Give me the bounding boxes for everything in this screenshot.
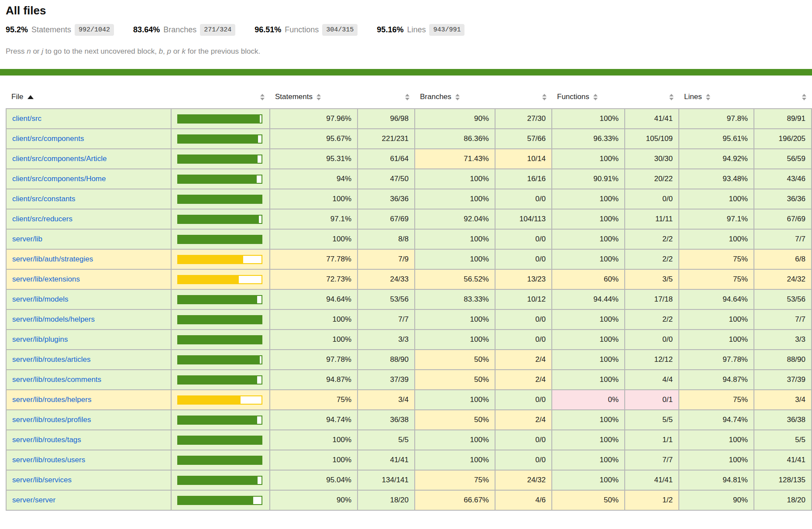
file-link[interactable]: server/lib/models: [12, 295, 69, 303]
metric-pct-cell: 93.48%: [679, 169, 754, 189]
file-link[interactable]: server/lib/plugins: [12, 335, 68, 344]
metric-fraction-cell: 7/7: [754, 229, 812, 249]
metric-pct-cell: 100%: [552, 350, 625, 370]
sort-icon[interactable]: [802, 94, 806, 100]
metric-pct-cell: 100%: [415, 309, 495, 330]
table-row: server/lib/routes/articles 97.78% 88/905…: [6, 350, 812, 370]
metric-pct-cell: 100%: [552, 149, 625, 169]
col-header-lines[interactable]: Lines: [679, 86, 754, 109]
file-link[interactable]: server/lib/routes/comments: [12, 375, 101, 384]
coverage-bar-cell: [171, 370, 270, 390]
col-header-statements-raw-sorter[interactable]: [358, 86, 415, 109]
file-link[interactable]: server/lib: [12, 235, 42, 243]
file-link[interactable]: client/src/components: [12, 134, 84, 143]
metric-fraction-cell: 0/1: [625, 390, 679, 410]
sort-icon[interactable]: [260, 94, 265, 100]
coverage-bar-fill: [178, 256, 243, 263]
metric-fraction-cell: 196/205: [754, 129, 812, 149]
col-header-lines-raw-sorter[interactable]: [754, 86, 812, 109]
metric-pct-cell: 94.64%: [270, 289, 358, 309]
metric-fraction-cell: 43/46: [754, 169, 812, 189]
col-header-functions-raw-sorter[interactable]: [625, 86, 679, 109]
sort-icon[interactable]: [706, 94, 710, 100]
col-header-file[interactable]: File: [6, 86, 171, 109]
coverage-report-page: All files 95.2% Statements 992/1042 83.6…: [0, 0, 812, 511]
metric-pct-cell: 100%: [270, 330, 358, 350]
sort-icon[interactable]: [542, 94, 547, 100]
coverage-bar-cell: [171, 249, 270, 269]
col-header-bar-sorter[interactable]: [171, 86, 270, 109]
file-cell: client/src: [6, 109, 171, 129]
file-cell: server/lib/routes/comments: [6, 370, 171, 390]
file-link[interactable]: server/lib/models/helpers: [12, 315, 95, 323]
metric-pct-cell: 77.78%: [270, 249, 358, 269]
table-row: server/lib/routes/users 100% 41/41100% 0…: [6, 450, 812, 470]
metric-pct-cell: 90%: [679, 490, 754, 510]
file-cell: server/lib/auth/strategies: [6, 249, 171, 269]
metric-pct-cell: 100%: [552, 229, 625, 249]
file-link[interactable]: server/lib/routes/articles: [12, 355, 91, 364]
metric-pct-cell: 100%: [679, 189, 754, 209]
metric-fraction-cell: 3/4: [754, 390, 812, 410]
col-header-functions[interactable]: Functions: [552, 86, 625, 109]
metric-fraction-cell: 134/141: [358, 470, 415, 490]
sort-icon[interactable]: [317, 94, 321, 100]
file-cell: server/lib/models: [6, 289, 171, 309]
metric-pct-cell: 97.1%: [679, 209, 754, 229]
col-header-branches[interactable]: Branches: [415, 86, 495, 109]
metric-fraction-cell: 41/41: [754, 450, 812, 470]
metric-pct-cell: 50%: [415, 410, 495, 430]
file-link[interactable]: client/src: [12, 114, 41, 123]
file-link[interactable]: server/lib/routes/users: [12, 456, 85, 464]
file-link[interactable]: client/src/components/Home: [12, 175, 106, 183]
metric-fraction-cell: 12/12: [625, 350, 679, 370]
sort-icon[interactable]: [455, 94, 460, 100]
file-link[interactable]: server/lib/routes/tags: [12, 436, 81, 444]
coverage-bar-cell: [171, 129, 270, 149]
file-link[interactable]: client/src/reducers: [12, 215, 72, 223]
metric-fraction-cell: 67/69: [754, 209, 812, 229]
summary-fraction: 943/991: [429, 24, 464, 36]
metric-pct-cell: 50%: [552, 490, 625, 510]
col-header-functions-label: Functions: [557, 93, 589, 101]
metric-pct-cell: 100%: [415, 330, 495, 350]
coverage-table-body: client/src 97.96% 96/9890% 27/30100% 41/…: [6, 109, 812, 510]
summary-pct: 96.51%: [255, 25, 281, 34]
sort-icon[interactable]: [669, 94, 674, 100]
coverage-bar: [177, 215, 262, 224]
file-link[interactable]: server/server: [12, 496, 55, 504]
table-row: server/lib/routes/helpers 75% 3/4100% 0/…: [6, 390, 812, 410]
coverage-bar-cell: [171, 169, 270, 189]
metric-fraction-cell: 24/33: [358, 269, 415, 289]
file-link[interactable]: server/lib/routes/profiles: [12, 416, 91, 424]
file-link[interactable]: client/src/constants: [12, 195, 76, 203]
coverage-bar: [177, 275, 262, 284]
metric-fraction-cell: 2/4: [495, 410, 552, 430]
coverage-bar-fill: [178, 376, 257, 384]
col-header-statements[interactable]: Statements: [270, 86, 358, 109]
sort-icon[interactable]: [405, 94, 409, 100]
metric-pct-cell: 95.61%: [679, 129, 754, 149]
col-header-branches-raw-sorter[interactable]: [495, 86, 552, 109]
file-link[interactable]: server/lib/services: [12, 476, 72, 484]
col-header-branches-label: Branches: [420, 93, 451, 101]
metric-fraction-cell: 88/90: [358, 350, 415, 370]
sort-icon[interactable]: [593, 94, 598, 100]
file-link[interactable]: server/lib/extensions: [12, 275, 80, 283]
summary-pct: 95.2%: [6, 25, 28, 34]
metric-pct-cell: 100%: [552, 370, 625, 390]
col-header-statements-label: Statements: [275, 93, 313, 101]
file-link[interactable]: client/src/components/Article: [12, 155, 107, 163]
coverage-bar-cell: [171, 269, 270, 289]
metric-fraction-cell: 17/18: [625, 289, 679, 309]
file-link[interactable]: server/lib/auth/strategies: [12, 255, 93, 263]
metric-fraction-cell: 0/0: [495, 390, 552, 410]
file-link[interactable]: server/lib/routes/helpers: [12, 395, 91, 404]
summary-metric: 95.16% Lines 943/991: [377, 24, 464, 36]
coverage-bar: [177, 355, 262, 364]
metric-pct-cell: 100%: [415, 430, 495, 450]
metric-fraction-cell: 41/41: [358, 450, 415, 470]
metric-pct-cell: 50%: [415, 370, 495, 390]
metric-fraction-cell: 67/69: [358, 209, 415, 229]
metric-pct-cell: 100%: [552, 430, 625, 450]
